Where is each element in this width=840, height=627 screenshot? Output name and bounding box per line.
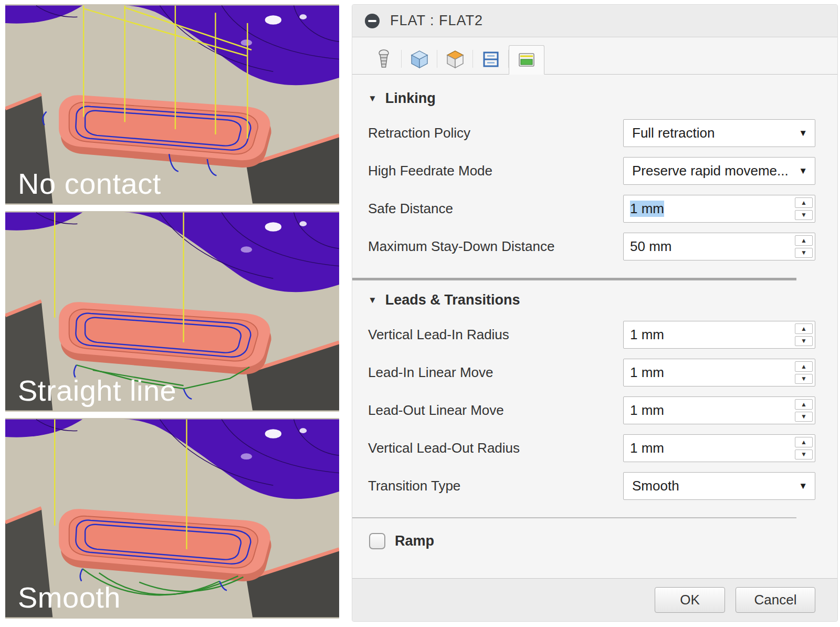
spinner-up-button[interactable]: ▲ — [795, 399, 813, 410]
spinner-up-button[interactable]: ▲ — [795, 323, 813, 334]
linking-icon — [516, 49, 538, 71]
field-label: Vertical Lead-Out Radius — [368, 440, 520, 456]
field-row-max-stay-down-distance: Maximum Stay-Down Distance 50 mm ▲ ▼ — [368, 233, 815, 260]
lead-in-linear-move-input[interactable]: 1 mm ▲ ▼ — [623, 359, 815, 386]
section-title: Linking — [385, 90, 436, 107]
field-label: Maximum Stay-Down Distance — [368, 238, 554, 255]
flat-operation-dialog: FLAT : FLAT2 — [352, 4, 838, 622]
tab-bar — [352, 37, 837, 75]
field-label: Transition Type — [368, 478, 460, 494]
heights-icon — [444, 48, 466, 70]
field-label: Retraction Policy — [368, 125, 470, 141]
spinner-down-button[interactable]: ▼ — [795, 248, 813, 258]
field-row-lead-in-linear-move: Lead-In Linear Move 1 mm ▲ ▼ — [368, 359, 815, 386]
vertical-lead-in-radius-input[interactable]: 1 mm ▲ ▼ — [623, 321, 815, 349]
minus-circle-icon[interactable] — [365, 14, 380, 28]
tab-tool[interactable] — [366, 45, 402, 74]
collapse-triangle-icon: ▼ — [368, 93, 377, 104]
cancel-button[interactable]: Cancel — [736, 587, 815, 613]
ramp-label: Ramp — [395, 533, 434, 549]
section-linking-header[interactable]: ▼ Linking — [368, 90, 815, 107]
field-row-vertical-lead-in-radius: Vertical Lead-In Radius 1 mm ▲ ▼ — [368, 321, 815, 349]
preview-no-contact: No contact — [5, 4, 339, 205]
field-row-transition-type: Transition Type Smooth ▼ — [368, 472, 815, 500]
spinner-up-button[interactable]: ▲ — [795, 197, 813, 208]
field-row-safe-distance: Safe Distance 1 mm ▲ ▼ — [368, 195, 815, 223]
passes-icon — [480, 48, 502, 70]
field-row-lead-out-linear-move: Lead-Out Linear Move 1 mm ▲ ▼ — [368, 396, 815, 424]
tab-geometry[interactable] — [402, 45, 437, 74]
vertical-lead-out-radius-input[interactable]: 1 mm ▲ ▼ — [623, 434, 815, 462]
section-divider — [352, 278, 796, 280]
geometry-icon — [408, 48, 430, 70]
spinner-down-button[interactable]: ▼ — [795, 336, 813, 347]
chevron-down-icon: ▼ — [799, 481, 807, 492]
field-label: High Feedrate Mode — [368, 163, 492, 179]
preview-caption: Smooth — [18, 580, 121, 614]
screen: No contact Straight line — [0, 0, 840, 627]
retraction-policy-dropdown[interactable]: Full retraction ▼ — [623, 119, 815, 147]
field-label: Safe Distance — [368, 201, 453, 217]
spinner-up-button[interactable]: ▲ — [795, 361, 813, 372]
max-stay-down-distance-input[interactable]: 50 mm ▲ ▼ — [623, 233, 815, 260]
spinner-up-button[interactable]: ▲ — [795, 235, 813, 246]
dialog-titlebar: FLAT : FLAT2 — [352, 5, 837, 37]
ramp-row: Ramp — [369, 533, 815, 549]
tool-icon — [373, 48, 395, 70]
spinner-down-button[interactable]: ▼ — [795, 450, 813, 460]
lead-out-linear-move-input[interactable]: 1 mm ▲ ▼ — [623, 396, 815, 424]
spinner-down-button[interactable]: ▼ — [795, 210, 813, 221]
safe-distance-input[interactable]: 1 mm ▲ ▼ — [623, 195, 815, 223]
tab-linking[interactable] — [509, 45, 544, 75]
tab-passes[interactable] — [473, 45, 509, 74]
chevron-down-icon: ▼ — [799, 166, 807, 176]
preview-caption: Straight line — [18, 373, 176, 407]
tab-heights[interactable] — [437, 45, 473, 74]
field-label: Vertical Lead-In Radius — [368, 327, 509, 343]
transition-type-dropdown[interactable]: Smooth ▼ — [623, 472, 815, 500]
field-row-vertical-lead-out-radius: Vertical Lead-Out Radius 1 mm ▲ ▼ — [368, 434, 815, 462]
preview-straight-line: Straight line — [5, 211, 339, 412]
spinner-down-button[interactable]: ▼ — [795, 374, 813, 384]
field-row-retraction-policy: Retraction Policy Full retraction ▼ — [368, 119, 815, 147]
section-divider — [352, 517, 796, 518]
preview-caption: No contact — [18, 166, 161, 201]
field-row-high-feedrate-mode: High Feedrate Mode Preserve rapid moveme… — [368, 157, 815, 185]
field-label: Lead-In Linear Move — [368, 364, 493, 381]
field-label: Lead-Out Linear Move — [368, 402, 504, 419]
spinner-up-button[interactable]: ▲ — [795, 437, 813, 447]
high-feedrate-mode-dropdown[interactable]: Preserve rapid moveme... ▼ — [623, 157, 815, 185]
dialog-body: ▼ Linking Retraction Policy Full retract… — [352, 75, 837, 578]
section-title: Leads & Transitions — [385, 292, 520, 308]
section-leads-header[interactable]: ▼ Leads & Transitions — [368, 292, 815, 308]
dialog-title: FLAT : FLAT2 — [390, 13, 483, 29]
preview-column: No contact Straight line — [5, 4, 344, 622]
preview-smooth: Smooth — [5, 418, 339, 619]
collapse-triangle-icon: ▼ — [368, 295, 377, 306]
chevron-down-icon: ▼ — [799, 128, 807, 139]
ramp-checkbox[interactable] — [369, 533, 385, 549]
dialog-footer: OK Cancel — [352, 578, 837, 621]
ok-button[interactable]: OK — [655, 587, 725, 613]
spinner-down-button[interactable]: ▼ — [795, 412, 813, 422]
